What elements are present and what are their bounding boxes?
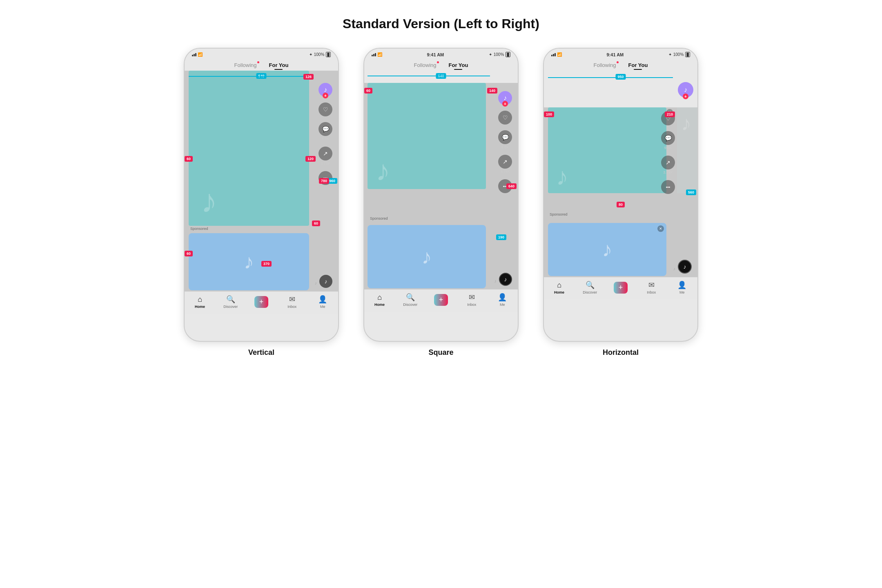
nav-foryou-horizontal[interactable]: For You xyxy=(628,62,648,68)
content-area-vertical: ♪ ♪ + ♡ 💬 9.6K xyxy=(185,71,338,291)
more-action-hz[interactable]: ••• xyxy=(661,180,675,194)
bluetooth-icon-sq: ✦ xyxy=(489,52,492,57)
nav-inbox-hz[interactable]: ✉ Inbox xyxy=(641,281,662,294)
sponsored-label-vertical: Sponsored xyxy=(190,227,208,231)
home-label-vertical: Home xyxy=(195,305,205,309)
share-icon-square: ↗ xyxy=(498,155,512,169)
add-button-vertical[interactable]: + xyxy=(254,296,269,308)
me-label-hz: Me xyxy=(679,290,685,294)
nav-add-hz[interactable]: + xyxy=(610,282,631,294)
ad-thumbnail-square: ♪ xyxy=(368,83,486,189)
comment-icon-hz: 💬 xyxy=(661,131,675,145)
status-bar-horizontal: 📶 9:41 AM ✦ 100% █ xyxy=(544,49,697,59)
bottom-nav-vertical: ⌂ Home 🔍 Discover + ✉ Inbox 👤 Me xyxy=(185,291,338,314)
dim-60-banner: 60 xyxy=(185,251,193,256)
music-disc-square: ♪ xyxy=(499,273,512,286)
nav-home-hz[interactable]: ⌂ Home xyxy=(549,281,570,294)
ad-banner-horizontal[interactable]: ♪ ✕ xyxy=(548,223,666,276)
music-note-square: ♪ xyxy=(494,278,497,283)
nav-following-square[interactable]: Following xyxy=(414,62,437,68)
close-banner-btn-hz[interactable]: ✕ xyxy=(657,225,664,232)
discover-label-square: Discover xyxy=(403,303,417,307)
nav-discover-hz[interactable]: 🔍 Discover xyxy=(580,281,600,294)
nav-following-horizontal[interactable]: Following xyxy=(594,62,616,68)
nav-add-vertical[interactable]: + xyxy=(251,296,272,308)
banner-tiktok-icon-hz: ♪ xyxy=(602,238,612,261)
battery-icon-sq: █ xyxy=(506,52,510,57)
signal-bars-hz xyxy=(551,53,556,56)
dim-line-950 xyxy=(548,77,673,78)
notification-dot-sq xyxy=(437,61,439,63)
inbox-label-square: Inbox xyxy=(467,303,476,307)
bluetooth-icon: ✦ xyxy=(309,52,312,57)
like-action-square[interactable]: ♡ xyxy=(498,111,512,125)
vertical-label: Vertical xyxy=(248,348,274,357)
nav-me-square[interactable]: 👤 Me xyxy=(492,293,512,307)
follow-plus-square[interactable]: + xyxy=(502,101,508,107)
nav-following-vertical[interactable]: Following xyxy=(234,62,257,68)
avatar-vertical[interactable]: ♪ + xyxy=(318,83,332,97)
square-phone-wrapper: 📶 9:41 AM ✦ 100% █ Following For You xyxy=(363,48,519,357)
music-note-hz: ♪ xyxy=(673,266,676,271)
share-icon-hz: ↗ xyxy=(661,156,675,169)
comment-action-hz[interactable]: 💬 9.6K xyxy=(661,131,675,150)
me-icon-square: 👤 xyxy=(498,293,507,302)
like-action-vertical[interactable]: ♡ xyxy=(318,102,332,116)
dim-120: 120 xyxy=(305,156,316,162)
add-button-square[interactable]: + xyxy=(434,294,448,306)
nav-foryou-square[interactable]: For You xyxy=(449,62,468,68)
bottom-nav-horizontal: ⌂ Home 🔍 Discover + ✉ Inbox 👤 Me xyxy=(544,277,697,299)
me-label-vertical: Me xyxy=(320,305,325,309)
comment-action-square[interactable]: 💬 9.6K xyxy=(498,130,512,149)
dim-100-hz: 100 xyxy=(544,111,554,117)
nav-discover-square[interactable]: 🔍 Discover xyxy=(400,293,421,307)
ad-banner-vertical[interactable]: ♪ xyxy=(189,233,309,290)
ad-thumbnail-vertical: ♪ xyxy=(189,71,309,226)
music-disc-vertical: ♪ xyxy=(319,275,332,288)
nav-home-vertical[interactable]: ⌂ Home xyxy=(190,295,210,309)
signal-bars xyxy=(192,53,196,56)
nav-me-hz[interactable]: 👤 Me xyxy=(672,281,692,294)
discover-label-vertical: Discover xyxy=(223,305,238,309)
share-action-hz[interactable]: ↗ 3.79K xyxy=(661,156,675,174)
discover-icon-vertical: 🔍 xyxy=(226,295,235,304)
nav-discover-vertical[interactable]: 🔍 Discover xyxy=(220,295,241,309)
avatar-horizontal[interactable]: ♪ + xyxy=(678,82,693,98)
side-actions-horizontal: ♡ 💬 9.6K ↗ 3.79K ••• xyxy=(661,111,675,194)
home-icon-vertical: ⌂ xyxy=(198,295,202,304)
follow-plus-hz[interactable]: + xyxy=(683,94,688,99)
status-bar-vertical: 📶 ✦ 100% █ xyxy=(185,49,338,59)
nav-inbox-square[interactable]: ✉ Inbox xyxy=(461,293,482,307)
overflow-preview: ♪ xyxy=(677,107,697,193)
dim-780: 780 xyxy=(319,178,329,184)
square-phone: 📶 9:41 AM ✦ 100% █ Following For You xyxy=(363,48,519,342)
top-nav-horizontal: Following For You xyxy=(544,59,697,71)
share-action-square[interactable]: ↗ 3.79K xyxy=(498,155,512,174)
dim-126: 126 xyxy=(303,74,314,80)
horizontal-phone-wrapper: 📶 9:41 AM ✦ 100% █ Following For You xyxy=(543,48,698,357)
home-label-square: Home xyxy=(374,303,385,307)
share-action-vertical[interactable]: ↗ 3.79K xyxy=(318,147,332,165)
nav-me-vertical[interactable]: 👤 Me xyxy=(312,295,333,309)
nav-inbox-vertical[interactable]: ✉ Inbox xyxy=(282,295,302,309)
banner-tiktok-icon-square: ♪ xyxy=(422,245,432,269)
discover-label-hz: Discover xyxy=(583,290,597,294)
nav-foryou-vertical[interactable]: For You xyxy=(269,62,289,68)
ad-banner-square[interactable]: ♪ xyxy=(368,225,486,288)
dim-60-sq-left: 60 xyxy=(364,88,372,94)
battery-sq: 100% xyxy=(494,52,504,57)
nav-add-square[interactable]: + xyxy=(431,294,451,306)
vertical-phone: 📶 ✦ 100% █ Following For You xyxy=(184,48,339,342)
nav-home-square[interactable]: ⌂ Home xyxy=(370,293,390,307)
avatar-square[interactable]: ♪ + xyxy=(498,91,512,105)
dim-950: 950 xyxy=(615,74,626,80)
comment-icon-vertical: 💬 xyxy=(318,122,332,136)
notification-dot-hz xyxy=(617,61,619,63)
comment-action-vertical[interactable]: 💬 9.6K xyxy=(318,122,332,141)
like-icon-square: ♡ xyxy=(498,111,512,125)
dim-560-hz: 560 xyxy=(686,189,696,195)
follow-plus-vertical[interactable]: + xyxy=(323,93,328,98)
add-button-hz[interactable]: + xyxy=(614,282,628,294)
avatar-wrapper-hz: ♪ + xyxy=(678,82,692,96)
wifi-icon: 📶 xyxy=(198,52,203,57)
